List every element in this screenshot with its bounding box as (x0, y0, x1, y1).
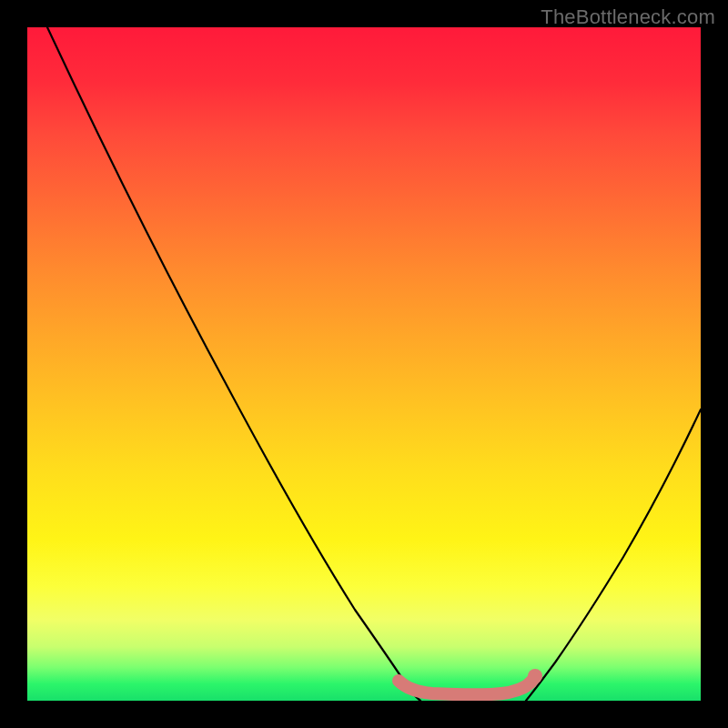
plot-area (27, 27, 701, 701)
left-curve (47, 27, 420, 701)
right-curve (526, 410, 701, 701)
chart-frame: TheBottleneck.com (0, 0, 728, 728)
flat-band (399, 677, 535, 694)
flat-band-end-dot (528, 669, 542, 683)
chart-svg (27, 27, 701, 701)
watermark-text: TheBottleneck.com (541, 5, 715, 29)
